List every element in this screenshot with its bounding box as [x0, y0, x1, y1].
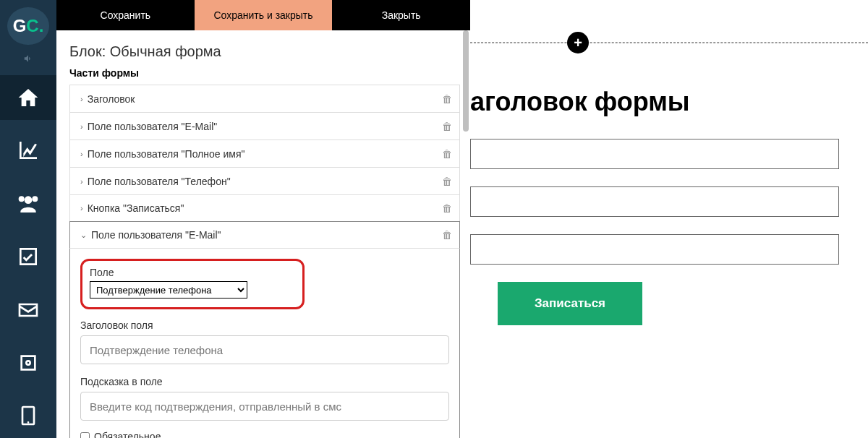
chevron-down-icon: ⌄: [80, 231, 87, 240]
logo: GC.: [7, 7, 49, 45]
sidebar: GC.: [0, 0, 56, 438]
close-button[interactable]: Закрыть: [332, 0, 470, 30]
field-highlight: Поле Подтверждение телефона: [80, 259, 305, 309]
chevron-right-icon: ›: [80, 95, 83, 103]
part-row[interactable]: ›Поле пользователя "E-Mail" 🗑: [69, 112, 460, 139]
editor-topbar: Сохранить Сохранить и закрыть Закрыть: [56, 0, 470, 30]
add-section-button[interactable]: +: [567, 32, 589, 53]
trash-icon[interactable]: 🗑: [442, 148, 452, 160]
trash-icon[interactable]: 🗑: [442, 93, 452, 105]
part-label: Поле пользователя "Полное имя": [88, 148, 245, 160]
block-title: Блок: Обычная форма: [69, 43, 460, 60]
parts-label: Части формы: [69, 67, 460, 79]
sound-icon[interactable]: [22, 53, 35, 66]
field-select[interactable]: Подтверждение телефона: [90, 281, 247, 299]
nav-safe[interactable]: [0, 340, 56, 385]
hint-input[interactable]: [80, 392, 449, 421]
trash-icon[interactable]: 🗑: [442, 121, 452, 132]
chevron-right-icon: ›: [80, 204, 83, 212]
part-row[interactable]: ›Поле пользователя "Телефон" 🗑: [69, 167, 460, 194]
nav-check[interactable]: [0, 234, 56, 278]
preview-input[interactable]: [470, 234, 839, 265]
expanded-body: Поле Подтверждение телефона Заголовок по…: [69, 249, 460, 438]
scrollbar[interactable]: [463, 30, 470, 247]
editor-panel: Блок: Обычная форма Части формы ›Заголов…: [56, 30, 470, 438]
part-label: Кнопка "Записаться": [88, 202, 184, 214]
submit-button[interactable]: Записаться: [498, 282, 642, 325]
part-row[interactable]: ›Заголовок 🗑: [69, 85, 460, 112]
preview-input[interactable]: [470, 186, 839, 217]
hint-label: Подсказка в поле: [80, 376, 449, 387]
nav-mobile[interactable]: [0, 394, 56, 438]
form-title: аголовок формы: [470, 87, 854, 117]
trash-icon[interactable]: 🗑: [442, 202, 452, 214]
nav-chart[interactable]: [0, 129, 56, 173]
part-label: Заголовок: [88, 93, 135, 105]
title-label: Заголовок поля: [80, 319, 449, 331]
title-input[interactable]: [80, 335, 449, 364]
required-checkbox[interactable]: [80, 432, 90, 439]
save-button[interactable]: Сохранить: [56, 0, 195, 30]
trash-icon[interactable]: 🗑: [442, 229, 452, 241]
part-row-expanded[interactable]: ⌄Поле пользователя "E-Mail" 🗑: [69, 221, 460, 249]
nav-home[interactable]: [0, 75, 56, 119]
preview-area: + аголовок формы Записаться: [470, 0, 868, 438]
save-close-button[interactable]: Сохранить и закрыть: [195, 0, 333, 30]
part-row[interactable]: ›Кнопка "Записаться" 🗑: [69, 194, 460, 222]
nav-mail[interactable]: [0, 288, 56, 332]
field-label: Поле: [90, 267, 295, 278]
trash-icon[interactable]: 🗑: [442, 176, 452, 187]
scrollbar-thumb[interactable]: [463, 30, 469, 132]
part-row[interactable]: ›Поле пользователя "Полное имя" 🗑: [69, 139, 460, 167]
section-divider: [470, 42, 868, 43]
chevron-right-icon: ›: [80, 122, 83, 131]
required-label: Обязательное: [94, 431, 161, 438]
nav-users[interactable]: [0, 181, 56, 226]
part-label: Поле пользователя "Телефон": [88, 176, 231, 187]
form-preview: аголовок формы Записаться: [470, 87, 854, 325]
part-label: Поле пользователя "E-Mail": [88, 121, 218, 132]
chevron-right-icon: ›: [80, 177, 83, 186]
preview-input[interactable]: [470, 139, 839, 169]
part-label: Поле пользователя "E-Mail": [91, 229, 221, 241]
chevron-right-icon: ›: [80, 150, 83, 158]
